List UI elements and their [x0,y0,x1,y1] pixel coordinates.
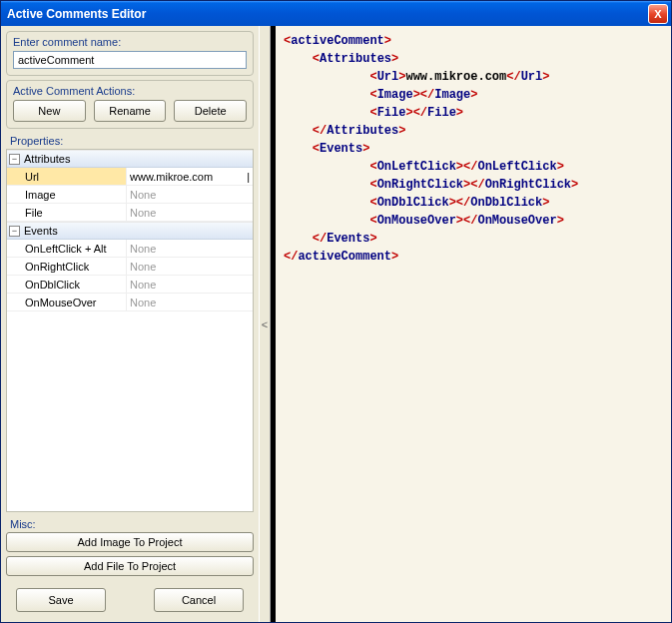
prop-value[interactable]: None [127,276,253,293]
prop-row[interactable]: Image None [7,186,253,204]
save-button[interactable]: Save [16,588,106,612]
prop-row[interactable]: Url | [7,168,253,186]
actions-label: Active Comment Actions: [13,85,247,97]
titlebar[interactable]: Active Comments Editor X [1,1,671,26]
comment-name-input[interactable] [13,51,247,69]
group-header-attributes[interactable]: − Attributes [7,150,253,168]
group-header-events[interactable]: − Events [7,222,253,240]
prop-name[interactable]: File [7,204,127,221]
rename-button[interactable]: Rename [94,100,167,122]
content: Enter comment name: Active Comment Actio… [1,26,671,622]
prop-value[interactable]: None [127,240,253,257]
add-file-button[interactable]: Add File To Project [6,556,254,576]
prop-name[interactable]: Url [7,168,127,185]
window-title: Active Comments Editor [7,7,648,21]
collapse-icon[interactable]: − [9,154,20,165]
prop-name[interactable]: OnMouseOver [7,294,127,311]
close-button[interactable]: X [648,4,668,24]
prop-name[interactable]: Image [7,186,127,203]
prop-value[interactable]: None [127,294,253,311]
cancel-button[interactable]: Cancel [154,588,244,612]
prop-row[interactable]: OnMouseOver None [7,294,253,312]
chevron-left-icon: < [262,318,268,330]
close-icon: X [654,8,661,20]
prop-name[interactable]: OnDblClick [7,276,127,293]
prop-value[interactable]: | [127,168,253,185]
misc-group: Misc: Add Image To Project Add File To P… [6,516,254,580]
property-grid[interactable]: − Attributes Url | Image None File None … [6,149,254,512]
prop-value-input[interactable] [130,171,247,183]
splitter[interactable]: < [259,26,271,622]
delete-button[interactable]: Delete [174,100,247,122]
new-button[interactable]: New [13,100,86,122]
prop-value[interactable]: None [127,258,253,275]
bottom-buttons: Save Cancel [6,580,254,617]
prop-name[interactable]: OnLeftClick + Alt [7,240,127,257]
collapse-icon[interactable]: − [9,226,20,237]
window: Active Comments Editor X Enter comment n… [0,0,672,623]
group-header-label: Attributes [24,153,70,165]
prop-row[interactable]: File None [7,204,253,222]
xml-preview: <activeComment> <Attributes> <Url>www.mi… [276,26,671,622]
actions-group: Active Comment Actions: New Rename Delet… [6,80,254,129]
prop-value[interactable]: None [127,204,253,221]
prop-row[interactable]: OnLeftClick + Alt None [7,240,253,258]
group-header-label: Events [24,225,58,237]
comment-name-group: Enter comment name: [6,31,254,76]
prop-name[interactable]: OnRightClick [7,258,127,275]
add-image-button[interactable]: Add Image To Project [6,532,254,552]
prop-row[interactable]: OnDblClick None [7,276,253,294]
misc-label: Misc: [10,518,254,530]
prop-value[interactable]: None [127,186,253,203]
prop-row[interactable]: OnRightClick None [7,258,253,276]
properties-label: Properties: [10,135,254,147]
left-panel: Enter comment name: Active Comment Actio… [1,26,259,622]
comment-name-label: Enter comment name: [13,36,247,48]
